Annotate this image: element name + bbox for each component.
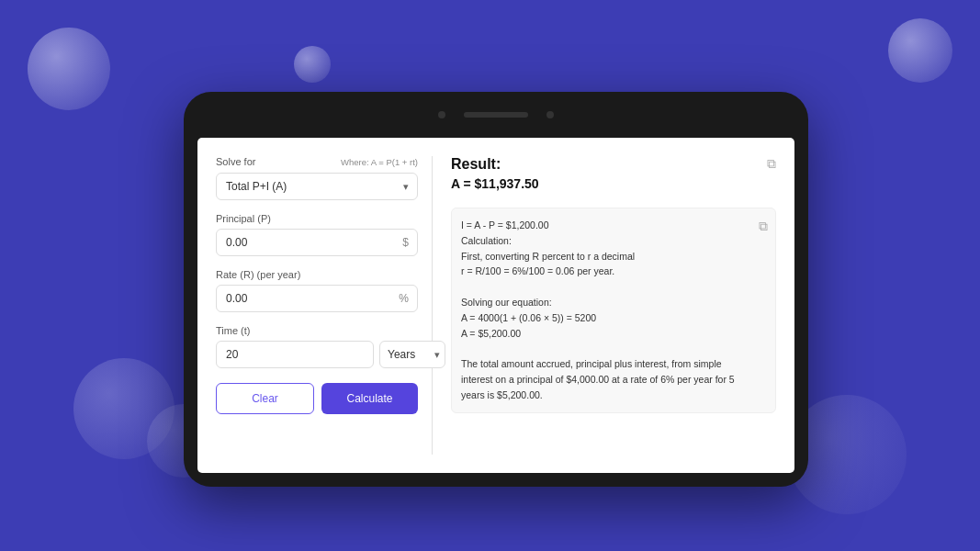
solve-for-select[interactable]: Total P+I (A) Principal (P) Rate (R) Tim… bbox=[216, 173, 418, 200]
bg-sphere-2 bbox=[294, 46, 331, 83]
buttons-row: Clear Calculate bbox=[216, 383, 418, 414]
bg-sphere-3 bbox=[888, 18, 952, 83]
tablet: Solve for Where: A = P(1 + rt) Total P+I… bbox=[184, 92, 808, 487]
formula-hint: Where: A = P(1 + rt) bbox=[341, 157, 418, 167]
rate-input-wrapper: % bbox=[216, 285, 418, 312]
tablet-screen: Solve for Where: A = P(1 + rt) Total P+I… bbox=[197, 138, 794, 473]
detail-line-3: First, converting R percent to r a decim… bbox=[461, 249, 749, 264]
result-title: Result: bbox=[451, 156, 539, 173]
time-input[interactable] bbox=[216, 341, 374, 368]
speaker-bar bbox=[464, 112, 528, 118]
principal-input-wrapper: $ bbox=[216, 229, 418, 256]
detail-line-7: A = 4000(1 + (0.06 × 5)) = 5200 bbox=[461, 310, 749, 326]
result-header-row: Result: A = $11,937.50 ⧉ bbox=[451, 156, 776, 202]
copy-detail-icon[interactable]: ⧉ bbox=[759, 216, 768, 236]
rate-input[interactable] bbox=[216, 285, 418, 312]
detail-line-8: A = $5,200.00 bbox=[461, 326, 749, 342]
detail-line-6: Solving our equation: bbox=[461, 295, 749, 310]
result-value: A = $11,937.50 bbox=[451, 176, 539, 191]
time-group: Time (t) Years Months Days ▾ bbox=[216, 325, 418, 368]
right-panel: Result: A = $11,937.50 ⧉ ⧉ I = A - P = $… bbox=[446, 156, 776, 455]
copy-result-icon[interactable]: ⧉ bbox=[767, 156, 776, 172]
rate-label: Rate (R) (per year) bbox=[216, 269, 418, 280]
principal-label: Principal (P) bbox=[216, 213, 418, 224]
bg-sphere-4 bbox=[73, 358, 175, 459]
calculate-button[interactable]: Calculate bbox=[321, 383, 418, 414]
left-panel: Solve for Where: A = P(1 + rt) Total P+I… bbox=[216, 156, 418, 455]
time-row: Years Months Days ▾ bbox=[216, 341, 418, 368]
clear-button[interactable]: Clear bbox=[216, 383, 314, 414]
solve-for-label-row: Solve for Where: A = P(1 + rt) bbox=[216, 156, 418, 167]
rate-suffix: % bbox=[399, 292, 409, 305]
bg-sphere-1 bbox=[28, 28, 110, 110]
time-unit-select[interactable]: Years Months Days bbox=[379, 341, 445, 368]
result-detail-box: ⧉ I = A - P = $1,200.00 Calculation: Fir… bbox=[451, 208, 776, 413]
rate-group: Rate (R) (per year) % bbox=[216, 269, 418, 312]
tablet-top-bar bbox=[184, 92, 808, 138]
detail-line-10: The total amount accrued, principal plus… bbox=[461, 356, 749, 402]
principal-suffix: $ bbox=[402, 236, 409, 249]
detail-line-2: Calculation: bbox=[461, 233, 749, 249]
principal-group: Principal (P) $ bbox=[216, 213, 418, 256]
principal-input[interactable] bbox=[216, 229, 418, 256]
app-content: Solve for Where: A = P(1 + rt) Total P+I… bbox=[197, 138, 794, 473]
solve-for-label: Solve for bbox=[216, 156, 255, 167]
result-title-group: Result: A = $11,937.50 bbox=[451, 156, 539, 202]
solve-for-select-wrapper[interactable]: Total P+I (A) Principal (P) Rate (R) Tim… bbox=[216, 173, 418, 200]
time-unit-select-wrapper[interactable]: Years Months Days ▾ bbox=[379, 341, 445, 368]
camera-right bbox=[546, 111, 554, 118]
time-label: Time (t) bbox=[216, 325, 418, 336]
camera-left bbox=[438, 111, 445, 118]
panel-divider bbox=[432, 156, 433, 455]
detail-line-4: r = R/100 = 6%/100 = 0.06 per year. bbox=[461, 264, 749, 279]
detail-line-1: I = A - P = $1,200.00 bbox=[461, 218, 749, 233]
